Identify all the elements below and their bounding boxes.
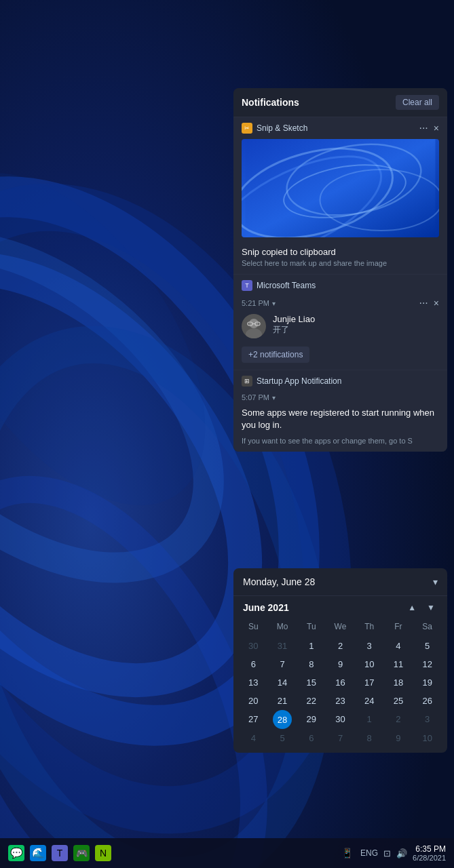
cal-day-4[interactable]: 4 xyxy=(384,637,413,655)
cal-day-19[interactable]: 19 xyxy=(413,673,442,692)
startup-time: 5:07 PM xyxy=(242,393,269,401)
cal-day-26[interactable]: 26 xyxy=(413,692,442,710)
cal-day-18[interactable]: 18 xyxy=(384,673,413,692)
teams-time-row: 5:21 PM ▾ ··· × xyxy=(233,294,447,311)
teams-user-name: Junjie Liao xyxy=(273,314,439,324)
calendar-expand-button[interactable]: ▾ xyxy=(433,576,438,587)
notification-title: Notifications xyxy=(242,97,299,108)
taskbar-language[interactable]: ENG xyxy=(360,848,378,858)
startup-card: ⊞ Startup App Notification 5:07 PM ▾ Som… xyxy=(233,370,447,452)
taskbar-network-icon[interactable]: ⊡ xyxy=(383,848,391,859)
teams-card: T Microsoft Teams 5:21 PM ▾ ··· × xyxy=(233,274,447,370)
taskbar-apps: 💬 🌊 T 🎮 N xyxy=(8,845,111,861)
taskbar-volume-icon[interactable]: 🔊 xyxy=(396,848,407,859)
startup-chevron-icon: ▾ xyxy=(272,394,276,401)
cal-day-25[interactable]: 25 xyxy=(384,692,413,710)
cal-day-15[interactable]: 15 xyxy=(297,673,326,692)
cal-header-tu: Tu xyxy=(297,619,326,634)
teams-time-left: 5:21 PM ▾ xyxy=(242,299,276,307)
cal-day-6[interactable]: 6 xyxy=(239,655,268,673)
taskbar-nvidia-icon[interactable]: N xyxy=(95,845,111,861)
cal-day-8[interactable]: 8 xyxy=(297,655,326,673)
teams-app-info: T Microsoft Teams xyxy=(242,280,316,291)
cal-day-13[interactable]: 13 xyxy=(239,673,268,692)
calendar-current-date: Monday, June 28 xyxy=(243,576,315,587)
cal-header-sa: Sa xyxy=(413,619,442,634)
taskbar: 💬 🌊 T 🎮 N 📱 ENG ⊡ 🔊 6:35 PM 6/28/2021 xyxy=(0,838,454,868)
cal-day-5-july[interactable]: 5 xyxy=(268,729,297,747)
cal-day-3[interactable]: 3 xyxy=(355,637,384,655)
startup-main-text[interactable]: Some apps were registered to start runni… xyxy=(233,404,447,435)
cal-day-7-july[interactable]: 7 xyxy=(326,729,355,747)
calendar-next-button[interactable]: ▼ xyxy=(424,601,438,614)
teams-app-icon: T xyxy=(242,280,252,291)
startup-sub-text: If you want to see the apps or change th… xyxy=(233,435,447,452)
cal-day-12[interactable]: 12 xyxy=(413,655,442,673)
cal-day-8-july[interactable]: 8 xyxy=(355,729,384,747)
cal-day-21[interactable]: 21 xyxy=(268,692,297,710)
snip-app-name: Snip & Sketch xyxy=(257,123,307,133)
snip-main-text: Snip copied to clipboard xyxy=(242,247,439,257)
snip-actions: ··· × xyxy=(419,123,439,134)
cal-day-1[interactable]: 1 xyxy=(297,637,326,655)
calendar-week-2: 6 7 8 9 10 11 12 xyxy=(239,655,442,673)
taskbar-clock[interactable]: 6:35 PM 6/28/2021 xyxy=(413,844,446,862)
cal-day-17[interactable]: 17 xyxy=(355,673,384,692)
startup-time-row: 5:07 PM ▾ xyxy=(233,389,447,404)
calendar-month-row: June 2021 ▲ ▼ xyxy=(233,596,447,619)
calendar-month-title: June 2021 xyxy=(243,602,289,613)
clear-all-button[interactable]: Clear all xyxy=(396,95,439,110)
cal-day-3-july[interactable]: 3 xyxy=(413,710,442,729)
startup-app-icon: ⊞ xyxy=(242,376,252,387)
startup-app-info: ⊞ Startup App Notification xyxy=(242,376,341,387)
taskbar-teams-icon[interactable]: T xyxy=(52,845,68,861)
cal-day-14[interactable]: 14 xyxy=(268,673,297,692)
snip-text-area[interactable]: Snip copied to clipboard Select here to … xyxy=(233,243,447,274)
cal-day-27[interactable]: 27 xyxy=(239,710,268,729)
cal-day-11[interactable]: 11 xyxy=(384,655,413,673)
teams-message: Junjie Liao 开了 xyxy=(233,311,447,344)
cal-day-2[interactable]: 2 xyxy=(326,637,355,655)
cal-day-6-july[interactable]: 6 xyxy=(297,729,326,747)
cal-day-28-today[interactable]: 28 xyxy=(273,710,292,729)
snip-more-button[interactable]: ··· xyxy=(419,123,428,134)
cal-day-31-may[interactable]: 31 xyxy=(268,637,297,655)
cal-day-10-july[interactable]: 10 xyxy=(413,729,442,747)
taskbar-phone-icon[interactable]: 📱 xyxy=(339,845,355,861)
snip-sketch-app-icon: ✂ xyxy=(242,123,252,134)
cal-day-4-july[interactable]: 4 xyxy=(239,729,268,747)
cal-day-9-july[interactable]: 9 xyxy=(384,729,413,747)
teams-more-notifs-button[interactable]: +2 notifications xyxy=(242,347,309,363)
cal-day-20[interactable]: 20 xyxy=(239,692,268,710)
calendar-panel: Monday, June 28 ▾ June 2021 ▲ ▼ Su Mo Tu… xyxy=(233,568,447,753)
calendar-prev-button[interactable]: ▲ xyxy=(405,601,419,614)
cal-day-16[interactable]: 16 xyxy=(326,673,355,692)
cal-day-10[interactable]: 10 xyxy=(355,655,384,673)
teams-more-button[interactable]: ··· xyxy=(419,298,428,309)
cal-day-7[interactable]: 7 xyxy=(268,655,297,673)
startup-card-header: ⊞ Startup App Notification xyxy=(233,370,447,389)
snip-close-button[interactable]: × xyxy=(434,123,439,134)
cal-day-24[interactable]: 24 xyxy=(355,692,384,710)
cal-day-9[interactable]: 9 xyxy=(326,655,355,673)
cal-day-1-july[interactable]: 1 xyxy=(355,710,384,729)
teams-actions: ··· × xyxy=(419,298,439,309)
calendar-week-6: 4 5 6 7 8 9 10 xyxy=(239,729,442,747)
taskbar-xbox-icon[interactable]: 🎮 xyxy=(73,845,90,861)
cal-header-mo: Mo xyxy=(268,619,297,634)
taskbar-wechat-icon[interactable]: 💬 xyxy=(8,845,24,861)
cal-day-23[interactable]: 23 xyxy=(326,692,355,710)
cal-day-2-july[interactable]: 2 xyxy=(384,710,413,729)
taskbar-time: 6:35 PM xyxy=(413,844,446,854)
snip-image-container xyxy=(233,136,447,243)
calendar-week-1: 30 31 1 2 3 4 5 xyxy=(239,637,442,655)
cal-day-30-may[interactable]: 30 xyxy=(239,637,268,655)
cal-day-29[interactable]: 29 xyxy=(297,710,326,729)
teams-user-info: Junjie Liao 开了 xyxy=(273,314,439,336)
teams-close-button[interactable]: × xyxy=(434,298,439,309)
taskbar-edge-icon[interactable]: 🌊 xyxy=(30,845,46,861)
cal-header-fr: Fr xyxy=(384,619,413,634)
cal-day-30[interactable]: 30 xyxy=(326,710,355,729)
cal-day-22[interactable]: 22 xyxy=(297,692,326,710)
cal-day-5[interactable]: 5 xyxy=(413,637,442,655)
